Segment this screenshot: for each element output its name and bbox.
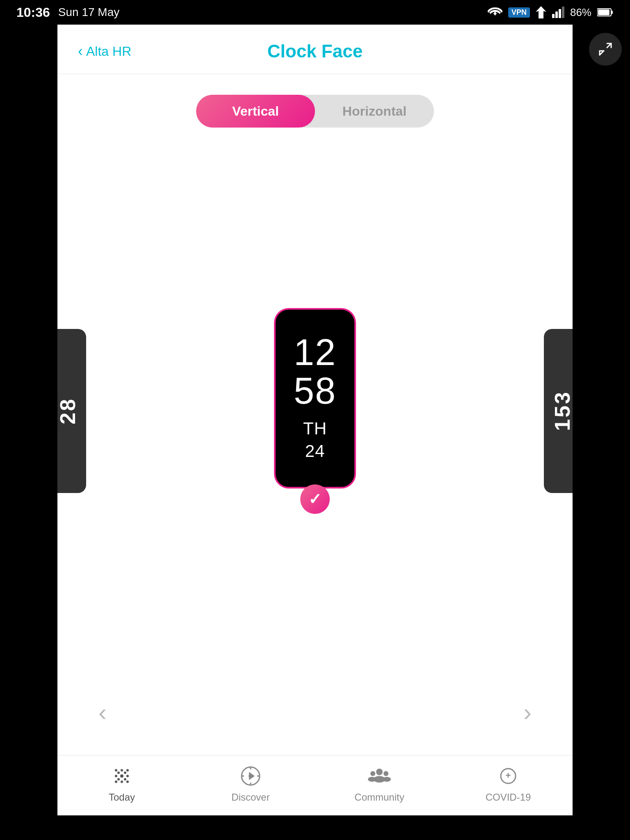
watch-date: TH 24: [303, 418, 327, 462]
svg-point-30: [368, 777, 376, 782]
watch-card[interactable]: 12 58 TH 24 ✓: [274, 308, 356, 514]
app-container: ‹ Alta HR Clock Face Vertical Horizontal…: [57, 25, 573, 815]
carousel-area: 28 12 58 TH 24 ✓ 153: [57, 128, 573, 694]
svg-text:+: +: [506, 770, 511, 781]
back-label: Alta HR: [86, 44, 131, 59]
svg-point-13: [121, 781, 123, 783]
svg-point-18: [115, 781, 117, 783]
left-card[interactable]: 28: [57, 329, 86, 493]
svg-point-8: [117, 772, 120, 774]
svg-point-29: [370, 771, 375, 776]
svg-rect-1: [555, 11, 558, 18]
toggle-vertical[interactable]: Vertical: [196, 95, 315, 128]
selected-badge: ✓: [300, 484, 330, 514]
tab-community-label: Community: [354, 792, 404, 803]
battery-icon: [597, 8, 614, 17]
svg-point-11: [124, 778, 126, 781]
tab-bar: Today Discover: [57, 756, 573, 815]
svg-point-10: [117, 778, 120, 781]
back-chevron-icon: ‹: [78, 43, 83, 60]
orientation-toggle: Vertical Horizontal: [196, 95, 434, 128]
svg-point-16: [115, 769, 117, 772]
tab-discover[interactable]: Discover: [186, 764, 315, 803]
left-card-text: 28: [57, 397, 80, 425]
watch-frame: 12 58 TH 24: [274, 308, 356, 488]
right-card-text: 153: [550, 390, 573, 431]
today-icon: [110, 764, 134, 788]
svg-point-27: [376, 769, 383, 775]
svg-point-12: [121, 769, 123, 772]
svg-point-15: [126, 775, 129, 777]
back-button[interactable]: ‹ Alta HR: [78, 43, 131, 60]
tab-today[interactable]: Today: [57, 764, 186, 803]
tab-covid-label: COVID-19: [486, 792, 531, 803]
status-icons: VPN 86%: [488, 6, 614, 19]
svg-point-31: [383, 771, 388, 776]
nav-arrows: ‹ ›: [57, 694, 573, 730]
right-card[interactable]: 153: [544, 329, 573, 493]
status-bar: 10:36 Sun 17 May VPN 86%: [0, 0, 630, 25]
expand-button[interactable]: [589, 33, 622, 66]
watch-hours: 12: [294, 334, 336, 371]
svg-point-17: [126, 769, 129, 772]
covid-icon: +: [496, 764, 520, 788]
svg-point-14: [115, 775, 117, 777]
tab-community[interactable]: Community: [315, 764, 444, 803]
checkmark-icon: ✓: [308, 490, 322, 508]
svg-rect-5: [598, 9, 609, 15]
svg-rect-6: [611, 11, 613, 14]
status-time: 10:36: [16, 5, 50, 20]
watch-minutes: 58: [294, 372, 336, 409]
toggle-horizontal[interactable]: Horizontal: [315, 95, 434, 128]
svg-point-32: [383, 777, 391, 782]
svg-rect-2: [559, 9, 561, 18]
tab-covid[interactable]: + COVID-19: [444, 764, 573, 803]
location-icon: [536, 6, 546, 18]
svg-point-19: [126, 781, 129, 783]
discover-icon: [238, 764, 263, 788]
svg-point-7: [120, 774, 123, 778]
header: ‹ Alta HR Clock Face: [57, 25, 573, 74]
tab-today-label: Today: [109, 792, 135, 803]
page-title: Clock Face: [267, 41, 363, 62]
community-icon: [367, 764, 392, 788]
svg-rect-3: [562, 7, 564, 18]
expand-icon: [598, 42, 613, 57]
svg-rect-0: [552, 14, 555, 18]
tab-discover-label: Discover: [231, 792, 269, 803]
battery-percentage: 86%: [570, 6, 591, 19]
vpn-badge: VPN: [508, 7, 530, 18]
prev-arrow[interactable]: ‹: [90, 694, 115, 730]
wifi-icon: [488, 7, 502, 18]
svg-point-9: [124, 772, 126, 774]
next-arrow[interactable]: ›: [515, 694, 540, 730]
toggle-track[interactable]: Vertical Horizontal: [196, 95, 434, 128]
signal-icon: [552, 7, 564, 18]
status-date: Sun 17 May: [58, 6, 119, 19]
